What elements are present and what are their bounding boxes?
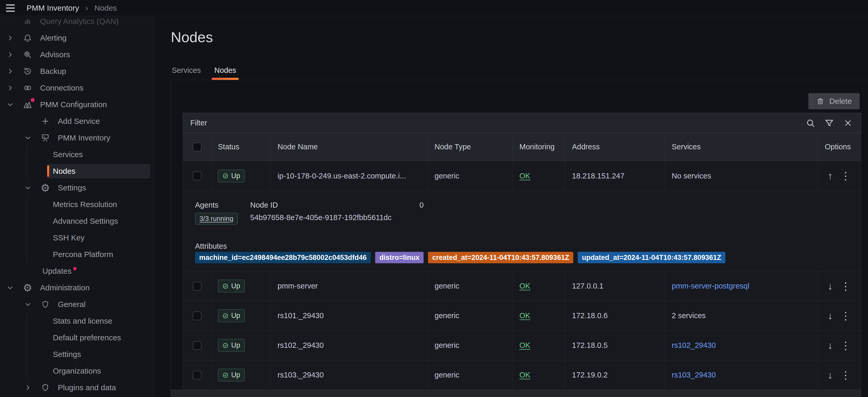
sidebar-item-pmm-inventory[interactable]: PMM Inventory (0, 130, 153, 146)
column-header-services[interactable]: Services (665, 133, 818, 161)
sidebar-item-settings-general[interactable]: Settings (27, 346, 153, 363)
column-header-monitoring[interactable]: Monitoring (513, 133, 565, 161)
attribute-tag: updated_at=2024-11-04T10:43:57.809361Z (578, 252, 725, 263)
node-id-value: 54b97658-8e7e-405e-9187-192fbb5611dc (250, 213, 392, 222)
row-checkbox[interactable] (193, 371, 202, 379)
bell-icon (22, 33, 33, 43)
node-name: ip-10-178-0-249.us-east-2.compute.i... (278, 172, 406, 180)
sidebar-item-plugins-and-data[interactable]: Plugins and data (0, 379, 153, 396)
close-icon[interactable] (842, 117, 854, 129)
select-all-checkbox[interactable] (193, 142, 202, 152)
arrow-down-icon[interactable]: ↓ (828, 340, 833, 351)
sidebar-item-administration[interactable]: ⚙ Administration (0, 279, 153, 296)
sidebar-item-stats-and-license[interactable]: Stats and license (27, 313, 153, 329)
sidebar-item-organizations[interactable]: Organizations (27, 363, 153, 379)
node-id-label: Node ID (250, 201, 278, 209)
chevron-right-icon (6, 34, 14, 42)
monitoring-link[interactable]: OK (519, 341, 530, 350)
column-header-address[interactable]: Address (565, 133, 665, 161)
node-address: 18.218.151.247 (572, 172, 625, 180)
funnel-icon[interactable] (824, 117, 835, 129)
attribute-tag: created_at=2024-11-04T10:43:57.809361Z (428, 252, 573, 263)
server-rack-icon (40, 133, 51, 143)
sidebar-item-default-preferences[interactable]: Default preferences (27, 329, 153, 346)
monitoring-link[interactable]: OK (519, 172, 530, 180)
sidebar-item-backup[interactable]: Backup (0, 63, 153, 79)
monitoring-link[interactable]: OK (519, 311, 530, 320)
delete-button[interactable]: Delete (808, 93, 860, 109)
status-badge: Up (218, 280, 245, 292)
service-link[interactable]: rs102_29430 (672, 341, 716, 350)
node-services: No services (672, 172, 711, 180)
check-circle-icon (222, 342, 228, 349)
sidebar-item-connections[interactable]: Connections (0, 79, 153, 96)
node-services: 2 services (672, 311, 706, 320)
table-row: Up rs103._29430 generic OK 172.19.0.2 rs… (183, 360, 861, 390)
sidebar-item-general[interactable]: General (0, 296, 153, 313)
arrow-up-icon[interactable]: ↑ (828, 171, 833, 181)
sidebar-item-metrics-resolution[interactable]: Metrics Resolution (27, 196, 153, 213)
sidebar-item-ssh-key[interactable]: SSH Key (27, 229, 153, 246)
service-link[interactable]: pmm-server-postgresql (672, 282, 749, 290)
row-checkbox[interactable] (193, 311, 202, 320)
sidebar-item-updates[interactable]: Updates (0, 263, 153, 279)
column-header-status[interactable]: Status (211, 133, 271, 161)
tab-bar: Services Nodes (165, 65, 243, 79)
chevron-down-icon (24, 133, 32, 142)
gear-icon: ⚙ (22, 283, 33, 293)
chevron-down-icon (24, 300, 32, 309)
kebab-menu-icon[interactable]: ⋮ (840, 340, 851, 351)
sidebar-item-advanced-settings[interactable]: Advanced Settings (27, 213, 153, 229)
status-badge: Up (218, 369, 245, 382)
node-address: 172.18.0.6 (572, 311, 608, 320)
column-header-node-name[interactable]: Node Name (271, 133, 428, 161)
arrow-down-icon[interactable]: ↓ (828, 281, 833, 291)
sidebar-item-settings[interactable]: ⚙ Settings (0, 179, 153, 196)
service-link[interactable]: rs103_29430 (672, 371, 716, 379)
sidebar-item-services[interactable]: Services (27, 146, 153, 163)
node-name: rs101._29430 (278, 311, 323, 320)
breadcrumb: PMM Inventory › Nodes (27, 3, 117, 13)
history-icon (22, 66, 33, 76)
plus-icon (40, 116, 51, 126)
sidebar-item-percona-platform[interactable]: Percona Platform (27, 246, 153, 263)
check-circle-icon (222, 313, 228, 319)
check-circle-icon (222, 173, 228, 179)
search-icon[interactable] (805, 117, 816, 129)
arrow-down-icon[interactable]: ↓ (828, 311, 833, 321)
monitoring-link[interactable]: OK (519, 282, 530, 290)
agents-running-badge[interactable]: 3/3 running (195, 213, 238, 225)
chevron-right-icon (6, 50, 14, 59)
node-address: 172.18.0.5 (572, 341, 608, 350)
table-header-row: Status Node Name Node Type Monitoring Ad… (183, 133, 861, 161)
chevron-right-icon (6, 84, 14, 92)
arrow-down-icon[interactable]: ↓ (828, 370, 833, 380)
sidebar-item-add-service[interactable]: Add Service (0, 113, 153, 130)
attribute-tag: machine_id=ec2498494ee28b79c58002c0453df… (195, 252, 371, 263)
sidebar-item-nodes[interactable]: Nodes (27, 163, 153, 179)
node-type: generic (435, 371, 459, 379)
kebab-menu-icon[interactable]: ⋮ (840, 281, 851, 291)
breadcrumb-current: Nodes (94, 4, 117, 12)
sidebar-item-pmm-configuration[interactable]: PMM Configuration (0, 96, 153, 113)
column-header-node-type[interactable]: Node Type (428, 133, 513, 161)
kebab-menu-icon[interactable]: ⋮ (840, 370, 851, 381)
breadcrumb-root[interactable]: PMM Inventory (27, 4, 79, 12)
nodes-table: Status Node Name Node Type Monitoring Ad… (183, 133, 861, 390)
row-checkbox[interactable] (193, 341, 202, 350)
kebab-menu-icon[interactable]: ⋮ (840, 171, 851, 181)
tab-services[interactable]: Services (165, 65, 208, 79)
kebab-menu-icon[interactable]: ⋮ (840, 310, 851, 321)
tab-nodes[interactable]: Nodes (208, 65, 243, 79)
main-content: Nodes Services Nodes Delete Filter (153, 16, 868, 397)
sidebar-item-advisors[interactable]: Advisors (0, 46, 153, 63)
rings-icon (22, 83, 33, 93)
row-checkbox[interactable] (193, 282, 202, 291)
sidebar-item-alerting[interactable]: Alerting (0, 30, 153, 46)
row-checkbox[interactable] (193, 171, 202, 180)
services-count: 0 (420, 201, 424, 209)
monitoring-link[interactable]: OK (519, 371, 530, 379)
hamburger-menu-icon[interactable] (4, 2, 17, 14)
attributes-label: Attributes (195, 242, 227, 251)
sidebar-item-query-analytics[interactable]: Query Analytics (QAN) (0, 16, 153, 30)
